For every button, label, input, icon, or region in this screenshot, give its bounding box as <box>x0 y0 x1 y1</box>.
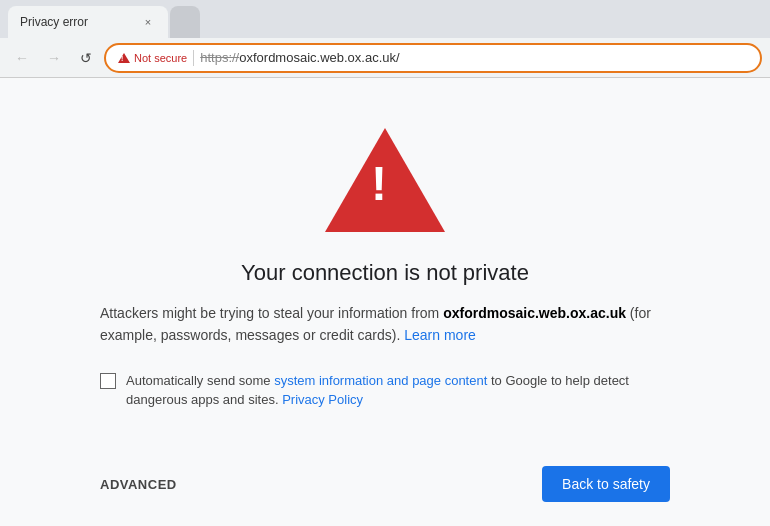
forward-button[interactable]: → <box>40 44 68 72</box>
tab-title: Privacy error <box>20 15 132 29</box>
system-info-link[interactable]: system information and page content <box>274 373 487 388</box>
inactive-tab[interactable] <box>170 6 200 38</box>
advanced-link[interactable]: ADVANCED <box>100 477 177 492</box>
main-heading: Your connection is not private <box>241 260 529 286</box>
description-start: Attackers might be trying to steal your … <box>100 305 443 321</box>
checkbox-label: Automatically send some system informati… <box>126 371 670 410</box>
address-url: https://oxfordmosaic.web.ox.ac.uk/ <box>200 50 399 65</box>
checkbox-text-start: Automatically send some <box>126 373 274 388</box>
address-bar[interactable]: Not secure https://oxfordmosaic.web.ox.a… <box>104 43 762 73</box>
browser-chrome: Privacy error × ← → ↺ Not secure https:/… <box>0 0 770 78</box>
checkbox-row: Automatically send some system informati… <box>100 371 670 410</box>
reload-button[interactable]: ↺ <box>72 44 100 72</box>
tab-close-button[interactable]: × <box>140 14 156 30</box>
site-name: oxfordmosaic.web.ox.ac.uk <box>443 305 626 321</box>
url-domain: oxfordmosaic.web.ox.ac.uk/ <box>239 50 399 65</box>
send-info-checkbox[interactable] <box>100 373 116 389</box>
toolbar: ← → ↺ Not secure https://oxfordmosaic.we… <box>0 38 770 78</box>
url-strikethrough: https:// <box>200 50 239 65</box>
tab-bar: Privacy error × <box>0 0 770 38</box>
back-button[interactable]: ← <box>8 44 36 72</box>
address-divider <box>193 50 194 66</box>
security-indicator: Not secure <box>118 52 187 64</box>
bottom-bar: ADVANCED Back to safety <box>100 466 670 502</box>
not-secure-label: Not secure <box>134 52 187 64</box>
back-to-safety-button[interactable]: Back to safety <box>542 466 670 502</box>
error-page: Your connection is not private Attackers… <box>0 78 770 526</box>
warning-icon <box>118 53 130 63</box>
description: Attackers might be trying to steal your … <box>100 302 670 347</box>
warning-triangle-wrapper <box>325 128 445 236</box>
privacy-policy-link[interactable]: Privacy Policy <box>282 392 363 407</box>
learn-more-link[interactable]: Learn more <box>404 327 476 343</box>
active-tab[interactable]: Privacy error × <box>8 6 168 38</box>
warning-triangle-icon <box>325 128 445 232</box>
